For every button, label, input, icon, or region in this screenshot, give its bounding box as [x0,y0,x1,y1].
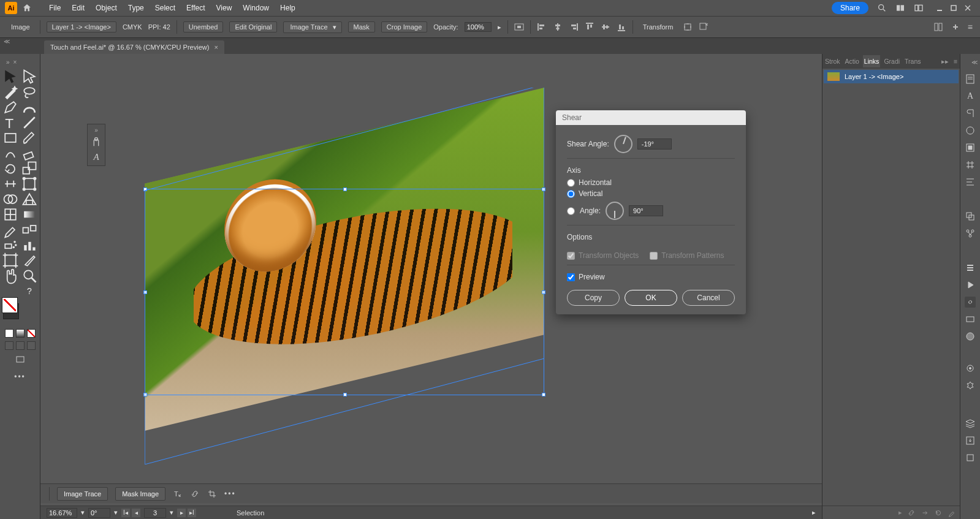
menu-file[interactable]: File [44,1,66,15]
eyedropper-tool[interactable] [2,223,19,237]
edit-original-button[interactable]: Edit Original [229,21,277,32]
handle-tl[interactable] [143,188,147,191]
handle-tr[interactable] [542,188,545,191]
puppet-panel-icon[interactable] [965,228,976,239]
rotate-tool[interactable] [2,162,19,175]
draw-normal[interactable] [5,341,13,350]
layer-target[interactable]: Layer 1 -> <Image> [47,21,116,32]
paragraph-panel-icon[interactable] [965,108,976,119]
angle-input[interactable] [629,205,663,216]
show-info-icon[interactable]: ▸ [898,509,902,517]
minimize-icon[interactable] [936,4,943,12]
zoom-dropdown-icon[interactable]: ▾ [81,509,85,517]
crop-image-button[interactable]: Crop Image [381,21,427,32]
menu-select[interactable]: Select [150,1,180,15]
symbols-panel-icon[interactable] [965,380,976,391]
panel-menu-icon[interactable]: ≡ [952,55,959,67]
document-tab[interactable]: Touch and Feel.ai* @ 16.67 % (CMYK/CPU P… [44,40,224,54]
blend-tool[interactable] [21,223,38,237]
play-panel-icon[interactable] [965,279,976,290]
axis-vertical-radio[interactable]: Vertical [567,189,735,198]
glyphs-character-icon[interactable] [90,136,102,148]
layers-panel-icon[interactable] [965,418,976,429]
color-mode-gradient[interactable] [16,329,25,338]
artboard-dropdown-icon[interactable]: ▾ [170,509,173,517]
status-scroll-icon[interactable]: ▸ [812,509,816,517]
free-transform-tool[interactable] [21,177,38,191]
align-vcenter-icon[interactable] [601,22,610,32]
selection-tool[interactable] [2,70,19,83]
menu-edit[interactable]: Edit [67,1,89,15]
cancel-button[interactable]: Cancel [682,290,735,306]
search-icon[interactable] [877,3,887,13]
color-panel-icon[interactable] [965,331,976,342]
handle-tm[interactable] [343,188,347,191]
shear-angle-wheel[interactable] [614,135,632,153]
tab-links[interactable]: Links [863,55,881,67]
links-item[interactable]: Layer 1 -> <Image> [824,70,959,83]
first-artboard-icon[interactable]: I◂ [121,509,130,517]
handle-bm[interactable] [343,393,347,396]
properties-panel-icon[interactable] [965,74,976,85]
menu-window[interactable]: Window [238,1,274,15]
shaper-tool[interactable] [2,146,19,160]
axis-angle-radio[interactable] [567,207,575,215]
magic-wand-tool[interactable] [2,85,19,99]
swatches-panel-icon[interactable] [965,314,976,325]
screen-mode-icon[interactable] [15,355,25,366]
unembed-button[interactable]: Unembed [183,21,224,32]
shape-builder-tool[interactable] [2,192,19,206]
opacity-chevron-icon[interactable]: ▸ [498,23,501,31]
align-right-icon[interactable] [569,22,579,32]
handle-br[interactable] [542,393,545,396]
last-artboard-icon[interactable]: ▸I [188,509,196,517]
scale-tool[interactable] [21,162,38,175]
close-tab-icon[interactable]: × [214,44,218,51]
curvature-tool[interactable] [21,100,38,114]
grid-panel-icon[interactable] [965,159,976,170]
close-icon[interactable] [964,4,971,12]
panel-menu-icon[interactable]: ≡ [968,22,973,32]
menu-effect[interactable]: Effect [181,1,210,15]
menu-object[interactable]: Object [91,1,122,15]
toolbar-collapse-icon[interactable]: » [6,59,10,66]
perspective-tool[interactable] [21,192,38,206]
contextual-task-panel[interactable]: » A [87,124,105,166]
handle-bl[interactable] [143,393,147,396]
gradient-tool[interactable] [21,208,38,221]
list-panel-icon[interactable] [965,262,976,273]
transform-button[interactable]: Transform [639,22,677,32]
rotate-dropdown-icon[interactable]: ▾ [114,509,118,517]
column-graph-tool[interactable] [21,238,38,252]
symbol-sprayer-tool[interactable] [2,238,19,252]
preferences-icon[interactable] [951,22,960,32]
relink-icon[interactable] [907,509,916,517]
opacity-input[interactable] [465,22,492,32]
menu-help[interactable]: Help [275,1,300,15]
panel-expand-icon[interactable]: ▸▸ [940,55,950,67]
handle-mr[interactable] [542,290,545,294]
essentials-icon[interactable] [933,22,943,32]
placed-image[interactable] [145,88,544,431]
edit-toolbar-icon[interactable]: ••• [14,373,26,381]
direct-selection-tool[interactable] [21,70,38,83]
maximize-icon[interactable] [950,4,957,12]
paintbrush-tool[interactable] [21,131,38,145]
mask-button[interactable]: Mask [348,21,375,32]
align-bottom-icon[interactable] [617,22,626,32]
glyphs-font-icon[interactable]: A [90,151,102,163]
share-button[interactable]: Share [832,2,868,14]
angle-wheel[interactable] [606,202,624,220]
link-icon[interactable] [190,489,200,499]
rectangle-tool[interactable] [2,131,19,145]
rotate-input[interactable] [88,508,110,518]
fill-stroke-swap[interactable] [2,300,19,313]
color-mode-fill[interactable] [5,329,13,338]
edit-link-icon[interactable] [948,509,956,517]
menu-type[interactable]: Type [123,1,149,15]
artboard-number-input[interactable] [144,508,166,518]
menu-view[interactable]: View [211,1,237,15]
panel-collapse-icon[interactable]: » [94,127,98,134]
lasso-tool[interactable] [21,85,38,99]
links-panel-icon[interactable] [965,297,976,308]
